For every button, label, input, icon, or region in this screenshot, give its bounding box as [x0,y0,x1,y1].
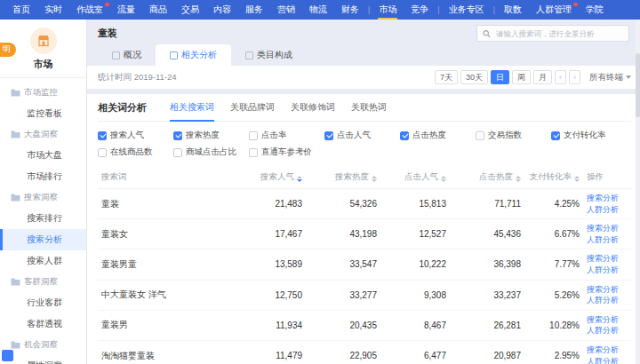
tab-1[interactable]: 相关分析 [156,44,231,66]
scrollbar-thumb[interactable] [636,53,640,117]
subtab-0[interactable]: 相关搜索词 [170,101,214,122]
crowd-analysis-link[interactable]: 人群分析 [587,295,628,306]
metric-1[interactable]: 搜索热度 [173,130,249,141]
tab-2[interactable]: 类目构成 [231,44,307,66]
prev-button[interactable]: ‹ [555,70,566,84]
checkbox-icon[interactable] [173,148,182,157]
range-button-2[interactable]: 日 [491,70,509,84]
checkbox-icon[interactable] [249,148,258,157]
crowd-analysis-link[interactable]: 人群分析 [587,234,628,246]
nav-item-0[interactable]: 首页 [5,0,37,20]
nav-item-7[interactable]: 服务 [238,0,270,20]
checkbox-icon[interactable] [98,131,107,140]
nav-item-9[interactable]: 物流 [302,0,334,20]
search-analysis-link[interactable]: 搜索分析 [587,193,628,204]
checkbox-icon[interactable] [551,131,560,140]
range-button-4[interactable]: 月 [533,70,552,84]
nav-item-1[interactable]: 实时 [37,0,69,20]
subtab-2[interactable]: 关联修饰词 [291,101,335,122]
sort-icon[interactable] [574,176,580,182]
sidebar-item-1[interactable]: 监控看板 [0,103,86,124]
metric-6[interactable]: 支付转化率 [551,130,627,141]
terminal-filter[interactable]: 所有终端 [589,72,631,83]
range-button-1[interactable]: 30天 [460,70,488,84]
next-button[interactable]: › [569,70,580,84]
checkbox-icon[interactable] [324,131,333,140]
sidebar-item-10[interactable]: 行业客群 [0,292,86,313]
search-analysis-link[interactable]: 搜索分析 [587,223,628,234]
sidebar-item-4[interactable]: 市场排行 [0,166,86,187]
col-header-1[interactable]: 搜索人气 [236,166,306,189]
search-analysis-link[interactable]: 搜索分析 [587,314,628,326]
sidebar-item-7[interactable]: 搜索分析 [0,229,86,250]
range-button-0[interactable]: 7天 [435,70,458,84]
col-header-3[interactable]: 点击人气 [380,166,450,189]
metric-5[interactable]: 交易指数 [476,130,551,141]
corner-badge[interactable]: 明 [0,43,16,57]
search-term-cell[interactable]: 童装男童 [98,249,236,280]
search-term-cell[interactable]: 童装男 [98,310,236,340]
checkbox-icon[interactable] [476,131,484,140]
page-title: 童装 [98,27,117,40]
metric-label: 搜索热度 [186,130,220,141]
crowd-analysis-link[interactable]: 人群分析 [587,265,628,276]
crowd-analysis-link[interactable]: 人群分析 [587,204,628,216]
metric-8[interactable]: 商城点击占比 [173,146,249,158]
subtab-3[interactable]: 关联热词 [351,101,387,122]
value-cell: 22,905 [306,340,380,364]
float-widget[interactable] [2,350,13,361]
checkbox-icon[interactable] [98,148,107,157]
nav-item-10[interactable]: 财务 [334,0,366,20]
metric-4[interactable]: 点击热度 [400,130,476,141]
metric-7[interactable]: 在线商品数 [98,146,173,158]
search-analysis-link[interactable]: 搜索分析 [587,344,628,356]
sort-icon[interactable] [441,176,446,182]
search-term-cell[interactable]: 童装女 [98,219,236,249]
toolbar-right: 7天30天日周月‹› 所有终端 [435,70,631,84]
sidebar-item-6[interactable]: 搜索排行 [0,208,86,229]
search-analysis-link[interactable]: 搜索分析 [587,253,628,265]
search-analysis-link[interactable]: 搜索分析 [587,284,628,296]
nav-item-14[interactable]: 取数 [497,0,529,20]
sort-icon[interactable] [372,176,377,182]
nav-item-2[interactable]: 作战室 [69,0,110,20]
search-term-cell[interactable]: 童装 [98,189,236,219]
search-box[interactable] [476,25,629,42]
sort-icon[interactable] [297,176,302,182]
metric-3[interactable]: 点击人气 [324,130,400,141]
checkbox-icon[interactable] [400,131,409,140]
crowd-analysis-link[interactable]: 人群分析 [587,356,628,364]
sort-icon[interactable] [516,176,521,182]
search-input[interactable] [494,28,623,39]
metric-2[interactable]: 点击率 [249,130,324,141]
scrollbar[interactable] [636,20,640,364]
nav-item-16[interactable]: 学院 [579,0,611,20]
search-term-cell[interactable]: 中大童装女 洋气 [98,280,236,310]
nav-item-12[interactable]: 竞争 [404,0,436,20]
checkbox-icon[interactable] [249,131,258,140]
metric-9[interactable]: 直通车参考价 [249,146,324,158]
crowd-analysis-link[interactable]: 人群分析 [587,325,628,336]
search-term-cell[interactable]: 淘淘猫婴童装 [98,340,236,364]
checkbox-icon[interactable] [173,131,182,140]
metric-0[interactable]: 搜索人气 [98,130,173,141]
sidebar-item-11[interactable]: 客群透视 [0,313,86,335]
range-button-3[interactable]: 周 [512,70,531,84]
nav-item-5[interactable]: 交易 [174,0,206,20]
sidebar-item-3[interactable]: 市场大盘 [0,145,86,166]
metric-label: 在线商品数 [110,146,153,158]
col-header-2[interactable]: 搜索热度 [306,166,380,189]
tab-0[interactable]: 概况 [98,44,156,66]
nav-item-4[interactable]: 商品 [142,0,174,20]
nav-item-13[interactable]: 业务专区 [442,0,492,20]
nav-item-15[interactable]: 人群管理 [529,0,579,20]
col-header-5[interactable]: 支付转化率 [524,166,583,189]
nav-item-3[interactable]: 流量 [110,0,142,20]
nav-item-6[interactable]: 内容 [206,0,238,20]
col-header-4[interactable]: 点击热度 [450,166,524,189]
nav-item-8[interactable]: 营销 [270,0,302,20]
stat-time-label: 统计时间 [98,72,132,82]
nav-item-11[interactable]: 市场 [372,0,404,20]
sidebar-item-8[interactable]: 搜索人群 [0,250,86,272]
subtab-1[interactable]: 关联品牌词 [230,101,275,122]
